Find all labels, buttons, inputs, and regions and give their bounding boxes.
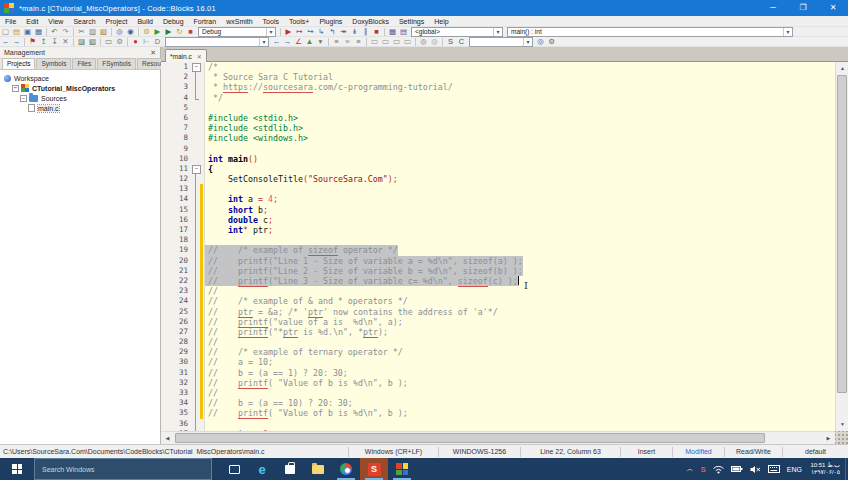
paste-icon[interactable]: ▧ (98, 27, 109, 37)
menu-item-project[interactable]: Project (101, 16, 133, 27)
fold-margin[interactable] (191, 398, 200, 408)
tree-collapse-icon[interactable]: − (20, 95, 27, 102)
code-line[interactable]: 26// printf("value of a is %d\n", a); (161, 317, 835, 327)
save-file-icon[interactable]: ▣ (22, 27, 33, 37)
fold-margin[interactable] (191, 368, 200, 378)
redo-icon[interactable]: ↷ (60, 27, 71, 37)
debug-continue-icon[interactable]: ▶ (283, 27, 294, 37)
scope-select[interactable]: <global>▾ (411, 27, 503, 37)
language-indicator[interactable]: ENG (783, 458, 805, 480)
fold-margin[interactable] (191, 154, 200, 164)
prev-bookmark-icon[interactable]: ↥ (38, 37, 49, 47)
touch-keyboard-icon[interactable] (764, 458, 783, 480)
start-button[interactable] (0, 458, 34, 480)
fold-margin[interactable] (191, 266, 200, 276)
build-and-run-icon[interactable]: ▶ (163, 27, 174, 37)
code-line[interactable]: 8#include <windows.h> (161, 133, 835, 143)
editor-tab-close-icon[interactable]: ✕ (197, 53, 202, 60)
codeblocks-taskbar-button[interactable] (388, 458, 416, 480)
menu-item-fortran[interactable]: Fortran (189, 16, 222, 27)
fold-margin[interactable] (191, 72, 200, 82)
resize-grip[interactable] (835, 431, 848, 444)
step-into-instruction-icon[interactable]: ↡ (349, 27, 360, 37)
doxy-run-icon[interactable]: ▭ (103, 37, 114, 47)
fold-margin[interactable] (191, 174, 200, 184)
code-line[interactable]: 2 * Source Sara C Tutorial (161, 72, 835, 82)
chevron-down-icon[interactable]: ▾ (259, 38, 268, 46)
step-into-icon[interactable]: ↳ (316, 27, 327, 37)
fold-margin[interactable] (191, 245, 200, 255)
code-line[interactable]: 31// b = (a == 1) ? 20: 30; (161, 368, 835, 378)
disassembly-icon[interactable]: D (152, 37, 163, 47)
fold-margin[interactable] (191, 286, 200, 296)
code-line[interactable]: 21// printf("Line 2 - Size of variable b… (161, 266, 835, 276)
next-bookmark-icon[interactable]: ↧ (49, 37, 60, 47)
fold-margin[interactable] (191, 347, 200, 357)
vertical-scroll-thumb[interactable] (837, 75, 847, 393)
fold-margin[interactable] (191, 93, 200, 103)
fold-margin[interactable] (191, 357, 200, 367)
doxy-block-comment-icon[interactable]: ▨ (76, 37, 87, 47)
save-all-icon[interactable]: ▦ (33, 27, 44, 37)
management-tab-symbols[interactable]: Symbols (36, 58, 71, 69)
code-line[interactable]: 15 short b; (161, 205, 835, 215)
fold-margin[interactable] (191, 184, 200, 194)
fold-margin[interactable] (191, 296, 200, 306)
minimize-button[interactable]: ─ (758, 0, 788, 16)
chevron-down-icon[interactable]: ▾ (783, 28, 792, 36)
code-line[interactable]: 27// printf("*ptr is %d.\n", *ptr); (161, 327, 835, 337)
file-explorer-button[interactable] (304, 458, 332, 480)
code-line[interactable]: 3 * https://sourcesara.com/c-programming… (161, 82, 835, 92)
code-line[interactable]: 18 (161, 235, 835, 245)
menu-item-debug[interactable]: Debug (158, 16, 189, 27)
chevron-down-icon[interactable]: ▾ (493, 28, 502, 36)
build-target-select[interactable]: Debug▾ (198, 27, 276, 37)
horizontal-scrollbar[interactable]: ◀ ▶ (161, 431, 835, 444)
code-line[interactable]: 19// /* example of sizeof operator */ (161, 245, 835, 255)
code-line[interactable]: 7#include <stdlib.h> (161, 123, 835, 133)
menu-item-help[interactable]: Help (429, 16, 453, 27)
run-icon[interactable]: ▶ (152, 27, 163, 37)
new-file-icon[interactable]: ▢ (0, 27, 11, 37)
match-highlight-icon[interactable]: ▲ (304, 37, 315, 47)
code-line[interactable]: 4 */ (161, 93, 835, 103)
search-next-icon[interactable]: → (282, 37, 293, 47)
search-options-icon[interactable]: ▾ (315, 37, 326, 47)
frame-tool-icon-2[interactable]: ▭ (380, 37, 391, 47)
menu-item-search[interactable]: Search (68, 16, 100, 27)
code-line[interactable]: 25// ptr = &a; /* 'ptr' now contains the… (161, 307, 835, 317)
step-out-icon[interactable]: ↰ (327, 27, 338, 37)
abort-build-icon[interactable]: ■ (185, 27, 196, 37)
code-line[interactable]: 10int main() (161, 154, 835, 164)
chrome-button[interactable] (332, 458, 360, 480)
toggle-breakpoint-icon[interactable]: ● (130, 37, 141, 47)
chevron-down-icon[interactable]: ▾ (266, 28, 275, 36)
align-center-icon[interactable]: ≡ (342, 37, 353, 47)
debugging-windows-icon[interactable]: ▦ (387, 27, 398, 37)
task-view-button[interactable] (220, 458, 248, 480)
wifi-icon[interactable] (709, 458, 727, 480)
replace-icon[interactable]: ◉ (125, 27, 136, 37)
doxy-config-icon[interactable]: ⚙ (114, 37, 125, 47)
code-line[interactable]: 13 (161, 184, 835, 194)
code-editor[interactable]: 1/*2 * Source Sara C Tutorial3 * https:/… (161, 62, 835, 431)
menu-item-file[interactable]: File (0, 16, 21, 27)
edge-button[interactable]: e (248, 458, 276, 480)
code-line[interactable]: 30// a = 10; (161, 357, 835, 367)
menu-item-plugins[interactable]: Plugins (314, 16, 347, 27)
next-instruction-icon[interactable]: ↠ (338, 27, 349, 37)
frame-tool-icon-4[interactable]: ▭ (402, 37, 413, 47)
align-right-icon[interactable]: ≡ (353, 37, 364, 47)
store-button[interactable] (276, 458, 304, 480)
fold-margin[interactable] (191, 205, 200, 215)
menu-item-view[interactable]: View (43, 16, 68, 27)
run-to-cursor-icon[interactable]: ↦ (294, 27, 305, 37)
code-line[interactable]: 35// printf( "Value of b is %d\n", b ); (161, 408, 835, 418)
undo-icon[interactable]: ↶ (49, 27, 60, 37)
incremental-search-input[interactable]: ▾ (165, 37, 269, 47)
menu-item-tools-[interactable]: Tools+ (284, 16, 314, 27)
taskbar-search-input[interactable]: Search Windows (34, 458, 212, 480)
code-line[interactable]: 28// (161, 337, 835, 347)
fold-margin[interactable] (191, 225, 200, 235)
clear-bookmarks-icon[interactable]: ✕ (60, 37, 71, 47)
